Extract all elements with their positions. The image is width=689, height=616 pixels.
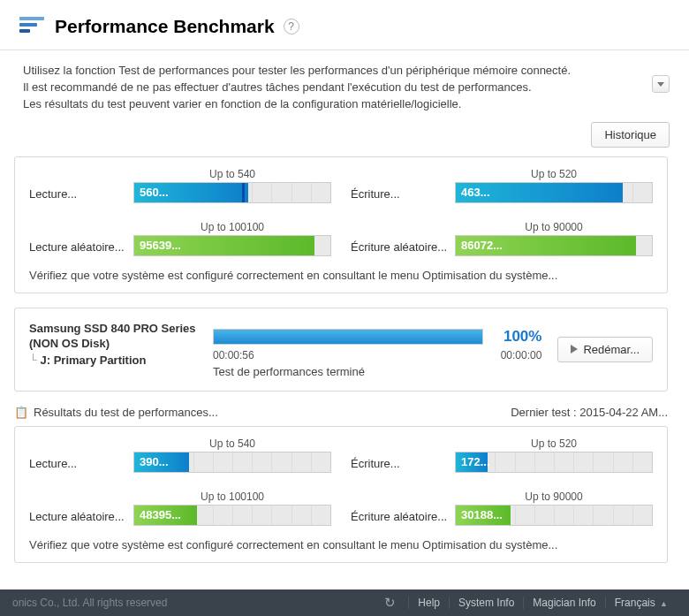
elapsed-time: 00:00:56 xyxy=(213,349,254,361)
bench-read: Lecture... Up to 540 560... xyxy=(29,168,331,203)
drive-partition: J: Primary Partition xyxy=(41,354,147,367)
bench-label: Écriture aléatoire... xyxy=(351,221,455,256)
bench-bar: 172... xyxy=(455,452,653,473)
bench-upto: Up to 540 xyxy=(133,437,331,450)
bench-bar: 560... xyxy=(133,182,331,203)
restart-button[interactable]: Redémar... xyxy=(557,337,653,362)
footer-help[interactable]: Help xyxy=(408,597,449,609)
bench-label: Écriture... xyxy=(351,437,455,473)
bench-fill: 86072... xyxy=(456,236,636,255)
progress-fill xyxy=(214,330,482,344)
footer: onics Co., Ltd. All rights reserved ↻ He… xyxy=(0,589,689,616)
bench-fill: 463... xyxy=(456,183,623,202)
tree-icon: └ xyxy=(29,354,37,366)
bench-label: Lecture aléatoire... xyxy=(29,221,133,256)
drive-name: Samsung SSD 840 PRO Series (NON OS Disk) xyxy=(29,321,197,352)
intro-line: Les résultats du test peuvent varier en … xyxy=(23,96,666,113)
play-icon xyxy=(571,345,578,354)
bench-random-read: Lecture aléatoire... Up to 100100 48395.… xyxy=(29,491,331,526)
bench-bar: 463... xyxy=(455,182,653,203)
results-header: 📋 Résultats du test de performances... D… xyxy=(14,406,668,419)
bench-fill: 172... xyxy=(456,452,488,472)
bench-upto: Up to 520 xyxy=(455,437,653,450)
bench-bar: 30188... xyxy=(455,505,653,526)
bench-label: Écriture... xyxy=(351,168,455,203)
bench-label: Écriture aléatoire... xyxy=(351,491,455,526)
intro-line: Utilisez la fonction Test de performance… xyxy=(23,63,666,80)
bench-write: Écriture... Up to 520 172... xyxy=(351,437,653,473)
page-title: Performance Benchmark xyxy=(55,16,275,37)
bench-random-write: Écriture aléatoire... Up to 90000 30188.… xyxy=(351,491,653,526)
bench-label: Lecture... xyxy=(29,168,133,203)
bench-write: Écriture... Up to 520 463... xyxy=(351,168,653,203)
bench-read: Lecture... Up to 540 390... xyxy=(29,437,331,473)
test-status: Test de performances terminé xyxy=(213,365,541,378)
bench-fill: 30188... xyxy=(456,506,511,525)
footer-system-info[interactable]: System Info xyxy=(449,597,523,609)
bench-label: Lecture aléatoire... xyxy=(29,491,133,526)
bench-fill: 95639... xyxy=(134,236,314,255)
last-test: Dernier test : 2015-04-22 AM... xyxy=(511,406,668,419)
footer-language[interactable]: Français ▲ xyxy=(605,597,677,609)
drive-panel: Samsung SSD 840 PRO Series (NON OS Disk)… xyxy=(14,308,668,392)
bench-bar: 48395... xyxy=(133,505,331,526)
bench-bar: 86072... xyxy=(455,235,653,256)
results-title: Résultats du test de performances... xyxy=(34,406,218,419)
restart-label: Redémar... xyxy=(583,343,640,356)
bench-random-read: Lecture aléatoire... Up to 100100 95639.… xyxy=(29,221,331,256)
bench-upto: Up to 100100 xyxy=(133,221,331,233)
bench-fill: 48395... xyxy=(134,506,197,525)
bench-upto: Up to 90000 xyxy=(455,491,653,503)
refresh-icon[interactable]: ↻ xyxy=(384,595,396,611)
expand-button[interactable] xyxy=(652,75,670,93)
bench-upto: Up to 100100 xyxy=(133,491,331,503)
benchmark-panel-lower: Lecture... Up to 540 390... Écriture... … xyxy=(14,426,668,563)
bench-upto: Up to 520 xyxy=(455,168,653,180)
chevron-up-icon: ▲ xyxy=(660,599,668,608)
bench-bar: 390... xyxy=(133,452,331,473)
bench-fill: 390... xyxy=(134,452,189,472)
progress-percent: 100% xyxy=(492,328,541,346)
bench-random-write: Écriture aléatoire... Up to 90000 86072.… xyxy=(351,221,653,256)
intro-line: Il est recommandé de ne pas effectuer d'… xyxy=(23,80,666,96)
remaining-time: 00:00:00 xyxy=(501,349,542,361)
content-scroll[interactable]: Lecture... Up to 540 560... Écriture... xyxy=(0,156,689,572)
bench-label: Lecture... xyxy=(29,437,133,473)
help-icon[interactable]: ? xyxy=(284,19,299,34)
config-note: Vérifiez que votre système est configuré… xyxy=(29,538,653,551)
header: Performance Benchmark ? xyxy=(0,0,689,50)
language-label: Français xyxy=(615,597,655,609)
bench-fill: 560... xyxy=(134,183,248,202)
clipboard-icon: 📋 xyxy=(14,406,28,419)
intro-text: Utilisez la fonction Test de performance… xyxy=(0,50,689,118)
bench-bar: 95639... xyxy=(133,235,331,256)
history-button[interactable]: Historique xyxy=(591,122,670,148)
copyright: onics Co., Ltd. All rights reserved xyxy=(12,597,167,609)
benchmark-icon xyxy=(19,17,44,36)
bench-upto: Up to 90000 xyxy=(455,221,653,233)
drive-info: Samsung SSD 840 PRO Series (NON OS Disk)… xyxy=(29,321,197,378)
config-note: Vérifiez que votre système est configuré… xyxy=(29,269,653,282)
bench-mark xyxy=(242,183,245,202)
bench-upto: Up to 540 xyxy=(133,168,331,180)
progress-bar xyxy=(213,329,483,345)
footer-magician-info[interactable]: Magician Info xyxy=(523,597,604,609)
benchmark-panel-upper: Lecture... Up to 540 560... Écriture... xyxy=(14,156,668,293)
